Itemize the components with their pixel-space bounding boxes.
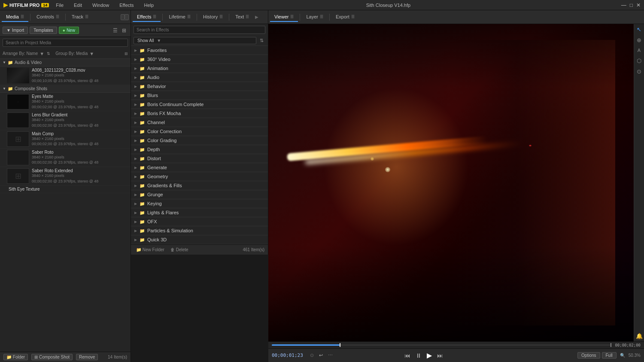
folder-btn[interactable]: 📁 Folder bbox=[3, 354, 28, 360]
more-tabs-btn[interactable]: ▶ bbox=[253, 13, 260, 21]
transform-tool-btn[interactable]: ⊕ bbox=[636, 37, 642, 44]
tab-sep-e3 bbox=[229, 14, 229, 21]
options-btn[interactable]: Options bbox=[577, 352, 600, 359]
effect-cat-particles[interactable]: ▶ 📁 Particles & Simulation bbox=[131, 226, 268, 235]
panel-menu-btn[interactable]: ⋮ bbox=[121, 14, 129, 20]
effect-cat-animation[interactable]: ▶ 📁 Animation bbox=[131, 64, 268, 73]
go-end-btn[interactable]: ⏭ bbox=[435, 351, 445, 360]
folder-depth-icon: 📁 bbox=[140, 147, 145, 152]
menu-edit[interactable]: Edit bbox=[72, 2, 84, 9]
viewer-record-btn[interactable]: ⊙ bbox=[308, 352, 316, 359]
go-start-btn[interactable]: ⏮ bbox=[403, 351, 412, 360]
quality-btn[interactable]: Full bbox=[602, 352, 617, 359]
new-label: New bbox=[67, 28, 75, 33]
arrange-icon-btn[interactable]: ⊞ bbox=[125, 52, 128, 56]
effect-cat-color-correction[interactable]: ▶ 📁 Color Correction bbox=[131, 127, 268, 136]
tab-viewer[interactable]: Viewer ☰ bbox=[270, 12, 298, 22]
menu-window[interactable]: Window bbox=[91, 2, 111, 9]
effect-cat-color-grading[interactable]: ▶ 📁 Color Grading bbox=[131, 136, 268, 145]
folder-gradients-icon: 📁 bbox=[140, 183, 145, 188]
viewer-sep-1 bbox=[300, 14, 300, 21]
effect-cat-borisfx[interactable]: ▶ 📁 Boris FX Mocha bbox=[131, 109, 268, 118]
effect-cat-label: Color Correction bbox=[147, 129, 182, 134]
tab-lifetime[interactable]: Lifetime ☰ bbox=[164, 12, 195, 22]
effect-cat-blurs[interactable]: ▶ 📁 Blurs bbox=[131, 91, 268, 100]
effect-cat-quick3d[interactable]: ▶ 📁 Quick 3D bbox=[131, 235, 268, 244]
new-folder-btn[interactable]: 📁 New Folder bbox=[134, 247, 166, 252]
effect-cat-generate[interactable]: ▶ 📁 Generate bbox=[131, 163, 268, 172]
list-item[interactable]: A008_10211229_C028.mov 3840 × 2160 pixel… bbox=[0, 67, 131, 85]
new-button[interactable]: ● New bbox=[59, 27, 79, 34]
effect-cat-keying[interactable]: ▶ 📁 Keying bbox=[131, 199, 268, 208]
list-view-btn[interactable]: ☰ bbox=[111, 27, 119, 34]
effect-cat-ofx[interactable]: ▶ 📁 OFX bbox=[131, 217, 268, 226]
tab-controls[interactable]: Controls ☰ bbox=[32, 12, 64, 22]
group-composite-shots[interactable]: ▼ 📁 Composite Shots bbox=[0, 85, 131, 93]
effect-cat-favorites[interactable]: ▶ 📁 Favorites bbox=[131, 46, 268, 55]
effect-cat-distort[interactable]: ▶ 📁 Distort bbox=[131, 154, 268, 163]
search-input[interactable] bbox=[3, 39, 128, 47]
remove-btn[interactable]: Remove bbox=[76, 354, 98, 360]
delete-btn[interactable]: 🗑 Delete bbox=[169, 247, 190, 252]
effects-search-input[interactable] bbox=[134, 26, 265, 34]
bell-tool-btn[interactable]: 🔔 bbox=[635, 332, 644, 340]
grid-view-btn[interactable]: ⊞ bbox=[120, 27, 128, 34]
menu-file[interactable]: File bbox=[54, 2, 65, 9]
cursor-tool-btn[interactable]: ↖ bbox=[636, 26, 642, 33]
play-prev-btn[interactable]: ⏸ bbox=[414, 351, 423, 360]
effect-cat-boris[interactable]: ▶ 📁 Boris Continuum Complete bbox=[131, 100, 268, 109]
effect-cat-gradients[interactable]: ▶ 📁 Gradients & Fills bbox=[131, 181, 268, 190]
list-item[interactable]: · Eyes Matte 3840 × 2160 pixels00;00;02;… bbox=[0, 93, 131, 111]
list-item[interactable]: Lens Blur Gradient 3840 × 2160 pixels00;… bbox=[0, 111, 131, 130]
effect-cat-lights-flares[interactable]: ▶ 📁 Lights & Flares bbox=[131, 208, 268, 217]
list-item[interactable]: Saber Roto 3840 × 2160 pixels00;00;02;00… bbox=[0, 149, 131, 167]
viewer-loop-btn[interactable]: ↩ bbox=[317, 352, 325, 359]
mask-tool-btn[interactable]: ⬡ bbox=[636, 57, 642, 64]
tab-track[interactable]: Track ☰ bbox=[67, 12, 93, 22]
menu-help[interactable]: Help bbox=[143, 2, 156, 9]
expand-cg-icon: ▶ bbox=[134, 139, 137, 143]
tab-media[interactable]: Media ☰ bbox=[2, 12, 28, 22]
tab-layer[interactable]: Layer ☰ bbox=[302, 12, 328, 22]
media-statusbar: 📁 Folder ⊞ Composite Shot Remove 14 Item… bbox=[0, 352, 131, 362]
group-audio-video[interactable]: ▼ 📁 Audio & Video bbox=[0, 59, 131, 67]
list-item[interactable]: ⊞ Saber Roto Extended 3840 × 2160 pixels… bbox=[0, 167, 131, 186]
group-dropdown-icon[interactable]: ▼ bbox=[89, 51, 94, 56]
effect-cat-geometry[interactable]: ▶ 📁 Geometry bbox=[131, 172, 268, 181]
scrubber-handle[interactable] bbox=[340, 343, 340, 347]
scrubber-track[interactable] bbox=[272, 344, 611, 346]
arrange-dropdown-icon[interactable]: ▼ bbox=[39, 51, 44, 56]
play-btn[interactable]: ▶ bbox=[425, 350, 434, 360]
templates-button[interactable]: Templates bbox=[30, 27, 57, 34]
maximize-button[interactable]: □ bbox=[630, 2, 633, 8]
composite-shot-btn[interactable]: ⊞ Composite Shot bbox=[31, 354, 73, 360]
list-item[interactable]: ⊞ Main Comp 3840 × 2160 pixels00;00;02;0… bbox=[0, 130, 131, 149]
effect-cat-depth[interactable]: ▶ 📁 Depth bbox=[131, 145, 268, 154]
tab-export[interactable]: Export ☰ bbox=[331, 12, 359, 22]
filter-sort-icon[interactable]: ⇅ bbox=[258, 38, 265, 43]
arrange-sort-icon[interactable]: ⇅ bbox=[47, 52, 50, 56]
minimize-button[interactable]: — bbox=[621, 2, 626, 8]
close-button[interactable]: ✕ bbox=[636, 2, 641, 8]
media-thumb bbox=[7, 150, 29, 165]
tab-text[interactable]: Text ☰ bbox=[231, 12, 253, 22]
list-item[interactable]: Sith Eye Texture bbox=[0, 186, 131, 193]
tab-effects[interactable]: Effects ☰ bbox=[133, 12, 161, 22]
menu-effects[interactable]: Effects bbox=[118, 2, 135, 9]
effects-filter-btn[interactable]: Show All ▼ bbox=[134, 37, 256, 44]
tab-history[interactable]: History ☰ bbox=[199, 12, 227, 22]
effect-cat-audio[interactable]: ▶ 📁 Audio bbox=[131, 73, 268, 82]
target-tool-btn[interactable]: ⊙ bbox=[636, 68, 642, 75]
effect-cat-grunge[interactable]: ▶ 📁 Grunge bbox=[131, 190, 268, 199]
viewer-more-btn[interactable]: ⋯ bbox=[326, 352, 334, 359]
hitfilm-logo-icon: ▶ bbox=[3, 2, 8, 8]
import-button[interactable]: ▼ Import bbox=[3, 27, 28, 34]
effect-cat-channel[interactable]: ▶ 📁 Channel bbox=[131, 118, 268, 127]
viewer-area[interactable] bbox=[268, 24, 634, 341]
effect-cat-behavior[interactable]: ▶ 📁 Behavior bbox=[131, 82, 268, 91]
effect-cat-label: Quick 3D bbox=[147, 237, 167, 242]
folder-favorites-icon: 📁 bbox=[140, 48, 145, 53]
text-tool-btn[interactable]: A bbox=[637, 47, 641, 54]
expand-borisfx-icon: ▶ bbox=[134, 112, 137, 116]
effect-cat-360video[interactable]: ▶ 📁 360° Video bbox=[131, 55, 268, 64]
